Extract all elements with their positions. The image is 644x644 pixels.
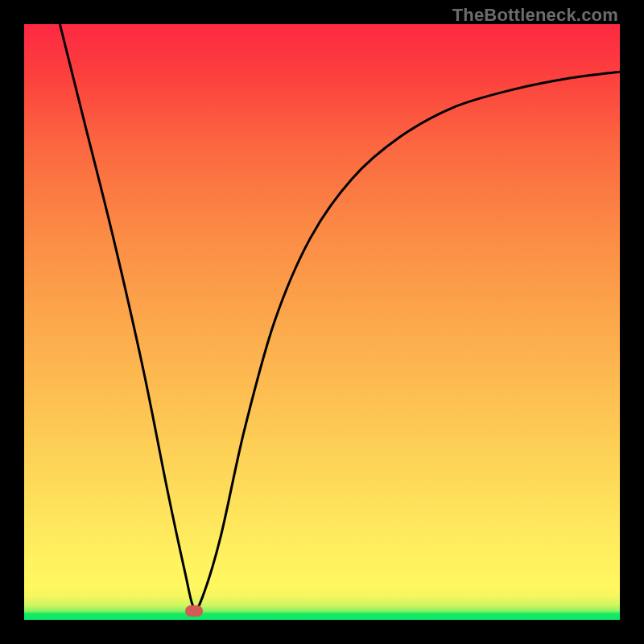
chart-frame: TheBottleneck.com bbox=[0, 0, 644, 644]
curve-svg bbox=[24, 24, 620, 620]
plot-area bbox=[24, 24, 620, 620]
watermark-text: TheBottleneck.com bbox=[452, 5, 618, 26]
bottleneck-curve bbox=[60, 24, 620, 609]
min-marker bbox=[185, 605, 203, 617]
